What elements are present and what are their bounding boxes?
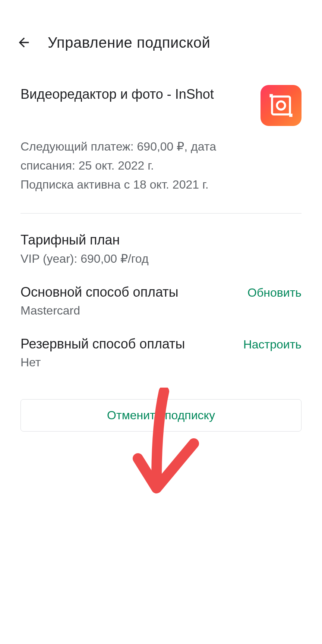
plan-value: VIP (year): 690,00 ₽/год [20, 252, 302, 266]
app-name: Видеоредактор и фото - InShot [20, 85, 249, 104]
svg-rect-0 [272, 97, 290, 114]
backup-payment-section: Резервный способ оплаты Нет Настроить [0, 318, 322, 369]
plan-section: Тарифный план VIP (year): 690,00 ₽/год [0, 214, 322, 266]
svg-rect-3 [289, 114, 293, 117]
backup-payment-title: Резервный способ оплаты [20, 336, 236, 352]
primary-payment-value: Mastercard [20, 304, 240, 318]
active-since-text: Подписка активна с 18 окт. 2021 г. [20, 175, 233, 194]
setup-backup-link[interactable]: Настроить [243, 338, 302, 351]
plan-title: Тарифный план [20, 232, 302, 248]
cancel-subscription-button[interactable]: Отменить подписку [20, 399, 302, 432]
header: Управление подпиской [0, 0, 322, 63]
inshot-icon [268, 92, 294, 119]
app-row: Видеоредактор и фото - InShot [20, 85, 302, 126]
arrow-left-icon [16, 35, 31, 50]
page-title: Управление подпиской [48, 34, 210, 51]
payment-info: Следующий платеж: 690,00 ₽, дата списани… [20, 137, 233, 195]
primary-payment-title: Основной способ оплаты [20, 284, 240, 300]
update-payment-link[interactable]: Обновить [247, 286, 302, 300]
primary-payment-section: Основной способ оплаты Mastercard Обнови… [0, 266, 322, 318]
back-button[interactable] [15, 34, 33, 51]
backup-payment-value: Нет [20, 356, 236, 369]
svg-point-1 [277, 101, 285, 110]
next-payment-text: Следующий платеж: 690,00 ₽, дата списани… [20, 137, 233, 175]
app-icon [261, 85, 302, 126]
app-section: Видеоредактор и фото - InShot Следующий … [0, 63, 322, 195]
svg-rect-2 [269, 94, 273, 97]
